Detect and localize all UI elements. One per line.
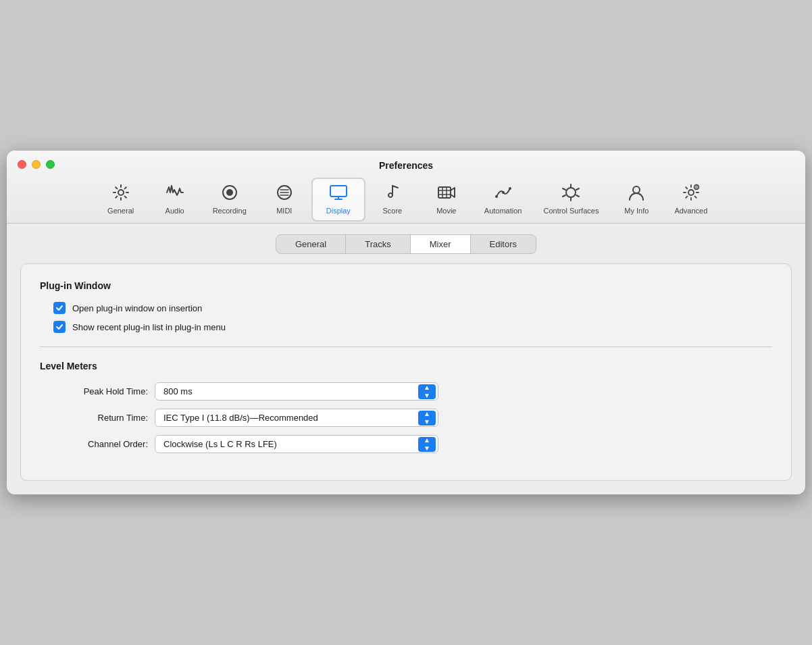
peak-hold-time-select-wrap: 800 ms 2000 ms ∞ Hold ▲ ▼ [155, 382, 438, 401]
svg-rect-5 [438, 187, 451, 198]
channel-order-select-wrap: Clockwise (Ls L C R Rs LFE) SMPTE/ITU (L… [155, 435, 438, 453]
svg-line-17 [576, 195, 579, 197]
minimize-button[interactable] [32, 160, 41, 169]
toolbar-label-display: Display [326, 207, 351, 215]
toolbar-label-audio: Audio [166, 207, 184, 215]
toolbar-item-score[interactable]: Score [365, 178, 420, 222]
peak-hold-time-row: Peak Hold Time: 800 ms 2000 ms ∞ Hold ▲ … [40, 382, 772, 401]
movie-icon [437, 183, 456, 205]
return-time-select[interactable]: IEC Type I (11.8 dB/s)—Recommended IEC T… [155, 409, 438, 427]
tab-mixer[interactable]: Mixer [411, 235, 471, 253]
toolbar-label-automation: Automation [484, 207, 522, 215]
toolbar-label-midi: MIDI [276, 207, 292, 215]
settings-panel: Plug-in Window Open plug-in window on in… [20, 263, 792, 481]
control-icon [561, 183, 580, 205]
toolbar-item-midi[interactable]: MIDI [257, 178, 311, 222]
preferences-window: Preferences General [7, 151, 805, 494]
level-meters-title: Level Meters [40, 361, 772, 371]
titlebar: Preferences General [7, 151, 805, 224]
automation-icon [494, 183, 513, 205]
record-icon [220, 183, 239, 205]
checkbox-show-recent: Show recent plug-in list in plug-in menu [53, 321, 772, 333]
svg-point-0 [118, 190, 124, 195]
channel-order-label: Channel Order: [40, 439, 148, 449]
checkbox-open-on-insert-label: Open plug-in window on insertion [72, 303, 202, 313]
svg-point-12 [509, 187, 511, 190]
toolbar-item-control-surfaces[interactable]: Control Surfaces [532, 178, 609, 222]
svg-line-18 [563, 195, 565, 197]
svg-line-16 [563, 188, 565, 190]
plugin-window-title: Plug-in Window [40, 280, 772, 291]
toolbar-item-advanced[interactable]: Advanced [663, 178, 718, 222]
toolbar-item-my-info[interactable]: My Info [609, 178, 663, 222]
tab-general[interactable]: General [276, 235, 346, 253]
peak-hold-time-label: Peak Hold Time: [40, 386, 148, 396]
svg-point-10 [495, 195, 498, 198]
maximize-button[interactable] [46, 160, 55, 169]
checkbox-show-recent-box[interactable] [53, 321, 66, 333]
toolbar-item-display[interactable]: Display [311, 178, 365, 222]
person-icon [627, 183, 646, 205]
tab-editors[interactable]: Editors [471, 235, 536, 253]
channel-order-row: Channel Order: Clockwise (Ls L C R Rs LF… [40, 435, 772, 453]
main-content: General Tracks Mixer Editors Plug-in Win… [7, 224, 805, 494]
traffic-lights [18, 160, 55, 169]
svg-point-13 [566, 188, 576, 197]
toolbar-item-audio[interactable]: Audio [148, 178, 202, 222]
toolbar-item-automation[interactable]: Automation [474, 178, 533, 222]
tab-tracks[interactable]: Tracks [346, 235, 411, 253]
svg-point-2 [226, 189, 233, 196]
midi-icon [275, 183, 294, 205]
score-icon [383, 183, 402, 205]
return-time-select-wrap: IEC Type I (11.8 dB/s)—Recommended IEC T… [155, 409, 438, 427]
waveform-icon [166, 183, 184, 205]
display-icon [329, 183, 348, 205]
return-time-label: Return Time: [40, 413, 148, 423]
checkbox-show-recent-label: Show recent plug-in list in plug-in menu [72, 322, 226, 332]
window-title: Preferences [379, 160, 433, 171]
toolbar-label-score: Score [382, 207, 402, 215]
toolbar-label-control-surfaces: Control Surfaces [543, 207, 599, 215]
toolbar-label-advanced: Advanced [674, 207, 707, 215]
toolbar: General Audio Recordi [94, 178, 719, 223]
toolbar-label-my-info: My Info [624, 207, 649, 215]
toolbar-item-general[interactable]: General [94, 178, 148, 222]
svg-point-11 [502, 191, 505, 194]
toolbar-label-movie: Movie [436, 207, 456, 215]
svg-rect-4 [330, 186, 347, 197]
peak-hold-time-select[interactable]: 800 ms 2000 ms ∞ Hold [155, 382, 438, 401]
checkbox-open-on-insert-box[interactable] [53, 302, 66, 314]
toolbar-item-movie[interactable]: Movie [420, 178, 474, 222]
advanced-icon [682, 183, 701, 205]
tab-bar: General Tracks Mixer Editors [276, 234, 536, 254]
checkbox-open-on-insert: Open plug-in window on insertion [53, 302, 772, 314]
toolbar-label-general: General [107, 207, 134, 215]
svg-point-21 [688, 190, 694, 195]
toolbar-label-recording: Recording [213, 207, 247, 215]
gear-icon [111, 183, 130, 205]
channel-order-select[interactable]: Clockwise (Ls L C R Rs LFE) SMPTE/ITU (L… [155, 435, 438, 453]
section-divider [40, 346, 772, 347]
close-button[interactable] [18, 160, 26, 169]
return-time-row: Return Time: IEC Type I (11.8 dB/s)—Reco… [40, 409, 772, 427]
svg-point-20 [633, 186, 640, 193]
toolbar-item-recording[interactable]: Recording [202, 178, 257, 222]
svg-line-19 [576, 188, 579, 190]
